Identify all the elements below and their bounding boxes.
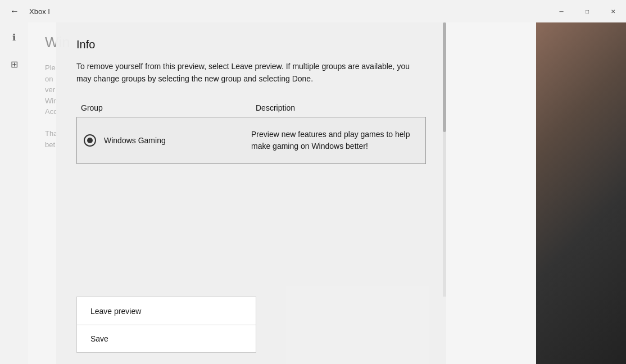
group-header: Group [76, 103, 251, 112]
close-button[interactable]: ✕ [600, 0, 626, 22]
info-modal-overlay: Info To remove yourself from this previe… [56, 22, 446, 364]
modal-title: Info [76, 38, 426, 51]
list-sidebar-icon[interactable]: ⊞ [5, 55, 23, 73]
title-bar-left: ← Xbox I [7, 3, 50, 19]
leave-preview-button[interactable]: Leave preview [76, 297, 256, 325]
modal-description: To remove yourself from this preview, se… [76, 60, 426, 85]
save-button[interactable]: Save [76, 325, 256, 353]
window-title: Xbox I [29, 7, 50, 16]
radio-selected-indicator [87, 138, 93, 143]
group-name: Windows Gaming [104, 136, 166, 145]
table-row[interactable]: Windows Gaming Preview new features and … [76, 117, 426, 164]
title-bar: ← Xbox I ─ □ ✕ [0, 0, 626, 22]
table-header: Group Description [76, 99, 426, 117]
group-cell: Windows Gaming [84, 134, 251, 147]
app-window: ← Xbox I ─ □ ✕ ℹ ⊞ Win PleonverWinAcc Th… [0, 0, 626, 364]
window-controls: ─ □ ✕ [548, 0, 626, 22]
description-header: Description [251, 103, 426, 112]
sidebar: ℹ ⊞ [0, 22, 28, 364]
scrollbar-thumb[interactable] [443, 22, 446, 132]
image-decoration [536, 22, 626, 364]
content-area: ℹ ⊞ Win PleonverWinAcc Thabet Info To re… [0, 22, 626, 364]
group-description: Preview new features and play games to h… [251, 129, 419, 152]
minimize-button[interactable]: ─ [548, 0, 574, 22]
image-panel [536, 22, 626, 364]
info-sidebar-icon[interactable]: ℹ [5, 28, 23, 46]
back-button[interactable]: ← [7, 3, 22, 19]
scrollbar-track[interactable] [443, 22, 446, 297]
main-page: Win PleonverWinAcc Thabet Info To remove… [28, 22, 536, 364]
maximize-button[interactable]: □ [574, 0, 600, 22]
group-table: Group Description Windows Gaming Preview… [76, 99, 426, 164]
modal-content: Info To remove yourself from this previe… [56, 22, 446, 297]
radio-button[interactable] [84, 134, 96, 147]
button-section: Leave preview Save [56, 297, 446, 364]
